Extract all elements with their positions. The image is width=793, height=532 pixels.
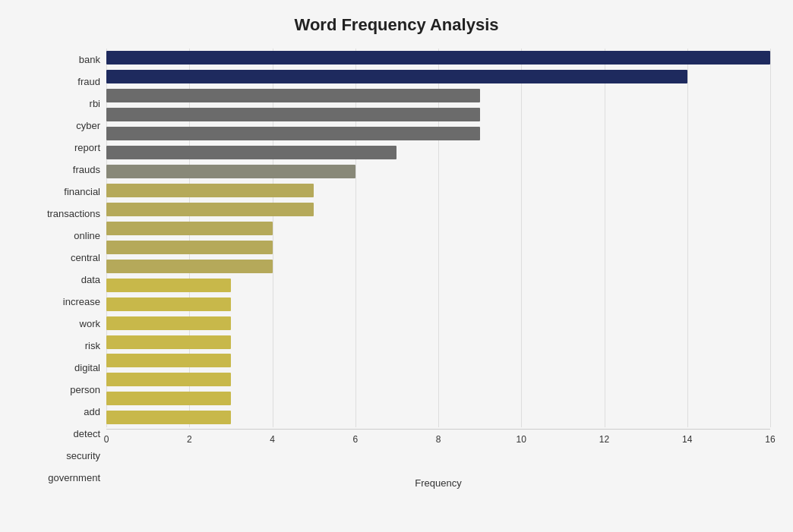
bar-row (106, 409, 770, 426)
bar (106, 70, 687, 83)
x-tick: 8 (436, 434, 441, 445)
y-label: government (48, 468, 100, 488)
bar (106, 241, 273, 254)
y-label: rbi (90, 94, 100, 114)
x-axis-label: Frequency (106, 461, 770, 489)
bar (106, 222, 273, 235)
bars-area (106, 49, 770, 427)
x-tick: 16 (765, 434, 775, 445)
bar (106, 51, 770, 65)
x-tick: 14 (682, 434, 692, 445)
grid-line (770, 49, 771, 427)
bar (106, 392, 231, 405)
bar-row (106, 182, 770, 199)
y-label: data (81, 270, 100, 290)
y-label: frauds (73, 160, 100, 180)
bar (106, 108, 480, 121)
y-label: person (70, 380, 100, 400)
y-label: bank (79, 50, 100, 70)
bar (106, 146, 396, 159)
bar-row (106, 258, 770, 275)
x-tick: 6 (352, 434, 358, 445)
bar-row (106, 106, 770, 123)
bar (106, 184, 314, 197)
y-label: central (71, 248, 100, 268)
bar (106, 203, 314, 216)
chart-title: Word Frequency Analysis (23, 15, 770, 35)
y-label: cyber (76, 116, 100, 136)
y-label: risk (85, 336, 100, 356)
bar-row (106, 220, 770, 237)
bar-row (106, 352, 770, 369)
x-tick: 10 (517, 434, 526, 445)
bar-row (106, 49, 770, 66)
bar (106, 297, 231, 311)
bar-row (106, 296, 770, 313)
y-label: fraud (77, 72, 100, 92)
x-tick: 0 (104, 434, 109, 445)
bar-row (106, 125, 770, 142)
y-label: digital (74, 358, 100, 378)
bar (106, 373, 231, 386)
bar-row (106, 371, 770, 388)
bar (106, 260, 273, 273)
y-label: report (74, 138, 100, 158)
y-label: financial (64, 182, 100, 202)
bar-row (106, 68, 770, 85)
bars-and-xaxis: 0246810121416 Frequency (106, 49, 770, 489)
y-label: increase (63, 292, 100, 312)
y-label: add (84, 402, 100, 422)
bar-row (106, 87, 770, 104)
y-axis: bankfraudrbicyberreportfraudsfinancialtr… (23, 49, 106, 489)
x-axis: 0246810121416 (106, 429, 770, 459)
bar (106, 127, 480, 140)
y-label: security (66, 446, 100, 466)
chart-container: Word Frequency Analysis bankfraudrbicybe… (0, 0, 793, 532)
bar-row (106, 334, 770, 351)
bar (106, 316, 231, 330)
bar-row (106, 144, 770, 161)
bar (106, 279, 231, 292)
x-tick: 2 (187, 434, 192, 445)
bar-row (106, 315, 770, 332)
y-label: online (74, 226, 100, 246)
bar-row (106, 239, 770, 256)
bar-row (106, 390, 770, 407)
x-tick: 4 (270, 434, 275, 445)
chart-area: bankfraudrbicyberreportfraudsfinancialtr… (23, 49, 770, 489)
y-label: transactions (47, 204, 100, 224)
bar (106, 335, 231, 349)
bar (106, 89, 480, 102)
bar-row (106, 163, 770, 180)
bar (106, 354, 231, 367)
bar-row (106, 277, 770, 294)
y-label: work (80, 314, 100, 334)
y-label: detect (74, 424, 100, 444)
bar-row (106, 201, 770, 218)
bar (106, 411, 231, 424)
bar (106, 165, 355, 178)
x-tick: 12 (599, 434, 609, 445)
